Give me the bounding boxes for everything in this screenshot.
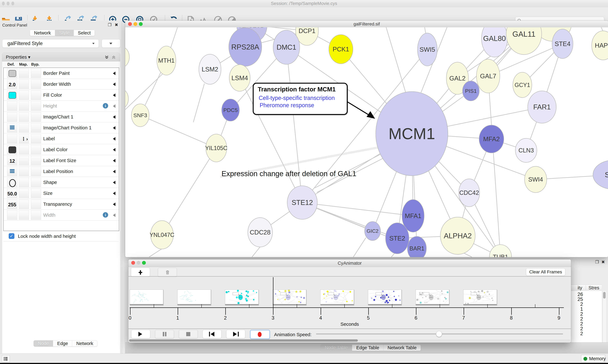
network-node-BAR1[interactable]: BAR1	[407, 236, 426, 257]
annotation-box[interactable]: Transcription factor MCM1 Cell-type-spec…	[253, 83, 348, 115]
canvas-text-annotation[interactable]: Expression change after deletion of GAL1	[221, 169, 356, 178]
property-row[interactable]: 2.0Border Width	[4, 79, 119, 90]
frame-thumbnail-6[interactable]: MCM1	[368, 289, 401, 305]
bypass-cell[interactable]	[31, 145, 41, 154]
network-node-FAR1[interactable]: FAR1	[528, 91, 556, 123]
collapse-row-arrow-icon[interactable]	[113, 137, 115, 141]
bypass-cell[interactable]	[31, 123, 41, 132]
tab-style[interactable]: Style	[55, 30, 73, 36]
table-col-stress[interactable]: Stres	[589, 285, 599, 290]
previous-frame-button[interactable]	[203, 330, 221, 338]
clear-all-frames-button[interactable]: Clear All Frames	[526, 268, 565, 276]
frame-thumbnail-4[interactable]: MCM1	[273, 289, 306, 305]
collapse-row-arrow-icon[interactable]	[113, 159, 115, 162]
mapping-cell[interactable]	[19, 145, 29, 154]
network-node-STE4[interactable]: STE4	[552, 29, 573, 59]
network-node-SWI5[interactable]: SWI5	[417, 33, 437, 66]
mapping-cell[interactable]	[19, 112, 29, 122]
table-scrollbar[interactable]	[603, 291, 606, 343]
maximize-window-icon[interactable]	[11, 1, 14, 5]
network-node-SWI4[interactable]: SWI4	[525, 166, 547, 193]
tab-node-style[interactable]: Node	[34, 340, 53, 346]
network-node-STE12[interactable]: STE12	[287, 186, 317, 219]
network-node-MCM1[interactable]: MCM1	[376, 91, 448, 176]
network-node-MFA2[interactable]: MFA2	[479, 125, 504, 153]
network-node-ALPHA2[interactable]: ALPHA2	[440, 217, 475, 254]
tab-network[interactable]: Network	[30, 30, 55, 36]
float-table-icon[interactable]: ❐	[595, 260, 599, 265]
bypass-cell[interactable]	[31, 91, 41, 100]
lock-size-checkbox[interactable]: ✓	[9, 233, 14, 239]
network-edge[interactable]	[286, 47, 302, 203]
property-row[interactable]: Label Position	[4, 166, 119, 177]
float-panel-icon[interactable]: ❐	[108, 23, 111, 27]
delete-frame-button[interactable]	[158, 268, 177, 277]
default-value-cell[interactable]	[7, 145, 17, 154]
frame-thumbnail-3[interactable]: MCM1	[225, 289, 259, 305]
network-node-GAL11[interactable]: GAL11	[506, 27, 542, 54]
network-edge[interactable]	[125, 74, 163, 110]
timeline-playhead[interactable]	[273, 277, 274, 308]
network-window-titlebar[interactable]: galFiltered.sif	[125, 21, 608, 27]
animation-speed-thumb[interactable]	[436, 331, 442, 337]
animator-scrollbar-thumb[interactable]	[129, 339, 358, 342]
capture-frame-button[interactable]	[131, 268, 150, 277]
info-icon[interactable]: i	[103, 212, 108, 218]
mapping-cell[interactable]	[19, 189, 29, 198]
collapse-row-arrow-icon[interactable]	[113, 115, 115, 119]
pause-button[interactable]	[155, 330, 174, 338]
default-value-cell[interactable]	[7, 101, 17, 111]
mapping-cell[interactable]	[19, 178, 29, 187]
tab-network-table[interactable]: Network Table	[383, 345, 421, 351]
network-edge[interactable]	[383, 27, 406, 93]
mapping-cell[interactable]	[19, 91, 29, 100]
default-value-cell[interactable]: 50.0	[7, 189, 17, 198]
expand-all-icon[interactable]	[104, 55, 109, 60]
property-row[interactable]: 50.0Size	[4, 188, 119, 199]
network-node-SLT2[interactable]: SLT2	[593, 160, 608, 189]
record-button[interactable]	[250, 330, 270, 339]
network-edge[interactable]	[391, 253, 394, 257]
default-value-cell[interactable]	[7, 69, 17, 78]
collapse-row-arrow-icon[interactable]	[113, 203, 115, 206]
mapping-cell[interactable]	[19, 210, 29, 220]
default-value-cell[interactable]	[7, 167, 17, 176]
default-value-cell[interactable]: 255	[7, 200, 17, 209]
frame-thumbnail-1[interactable]	[130, 289, 163, 305]
property-row[interactable]: Border Paint	[4, 68, 119, 79]
network-node-SNF3[interactable]: SNF3	[131, 104, 149, 127]
stop-button[interactable]	[179, 330, 198, 338]
collapse-row-arrow-icon[interactable]	[113, 126, 115, 130]
close-window-icon[interactable]	[2, 1, 5, 5]
style-options-button[interactable]	[102, 39, 120, 48]
mapping-cell[interactable]: ⋮›	[19, 134, 29, 143]
properties-header[interactable]: Properties ▾	[2, 53, 120, 62]
property-row[interactable]: 255Transparency	[4, 199, 119, 210]
network-node-GIC2[interactable]: GIC2	[365, 221, 380, 241]
property-row[interactable]: Heighti	[4, 101, 119, 111]
collapse-row-arrow-icon[interactable]	[113, 170, 115, 173]
close-window-icon[interactable]	[131, 261, 135, 265]
network-node-STE2[interactable]: STE2	[386, 223, 409, 254]
table-col-radiality[interactable]: ity	[571, 285, 582, 290]
table-cell-value[interactable]: 2	[571, 331, 583, 337]
network-edge[interactable]	[464, 253, 472, 257]
bypass-cell[interactable]	[31, 79, 41, 89]
close-window-icon[interactable]	[128, 22, 132, 26]
network-node-PDC5[interactable]: PDC5	[222, 99, 239, 121]
bypass-cell[interactable]	[31, 134, 41, 143]
network-edge[interactable]	[353, 238, 366, 257]
property-row[interactable]: Fill Color	[4, 90, 119, 101]
bypass-cell[interactable]	[31, 112, 41, 122]
close-table-icon[interactable]: ✖	[601, 260, 605, 265]
minimize-window-icon[interactable]	[137, 261, 140, 265]
network-node-PIS1[interactable]: PIS1	[462, 81, 479, 101]
network-edge[interactable]	[149, 249, 162, 257]
network-node-CLN3[interactable]: CLN3	[515, 138, 537, 162]
network-edge[interactable]	[193, 83, 204, 122]
collapse-row-arrow-icon[interactable]	[113, 181, 115, 184]
frame-thumbnail-7[interactable]: MCM1	[416, 289, 449, 305]
network-edge[interactable]	[140, 115, 216, 148]
property-row[interactable]: Shape	[4, 177, 119, 188]
mapping-cell[interactable]	[19, 167, 29, 176]
